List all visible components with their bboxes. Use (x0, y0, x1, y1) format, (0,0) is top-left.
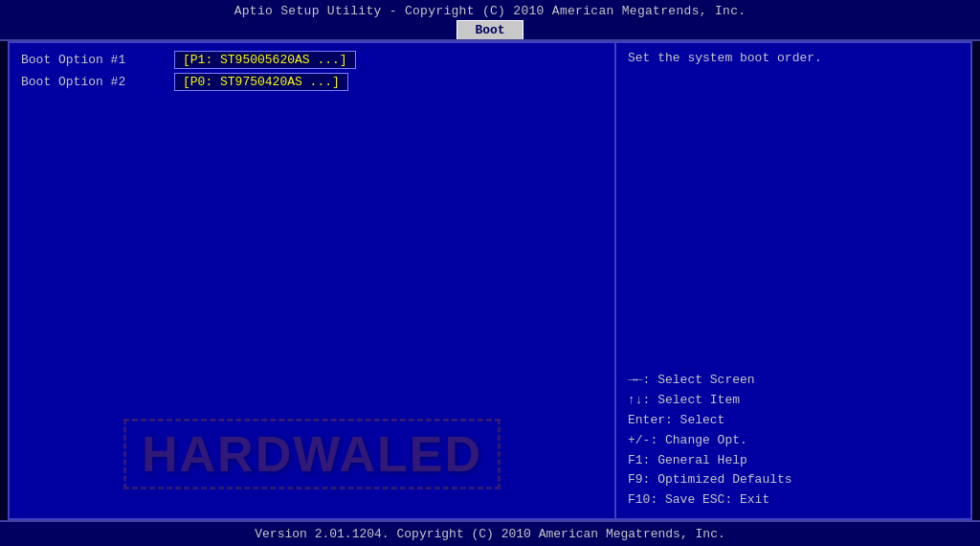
tab-row: Boot (0, 20, 980, 39)
right-panel: Set the system boot order. →←: Select Sc… (616, 43, 970, 518)
footer-text: Version 2.01.1204. Copyright (C) 2010 Am… (255, 527, 724, 541)
boot-option-2-row: Boot Option #2 [P0: ST9750420AS ...] (21, 73, 603, 91)
footer-bar: Version 2.01.1204. Copyright (C) 2010 Am… (0, 520, 980, 546)
help-description: Set the system boot order. (628, 51, 959, 65)
main-content: Boot Option #1 [P1: ST95005620AS ...] Bo… (8, 41, 972, 520)
key-hint-general-help: F1: General Help (628, 451, 959, 471)
boot-option-2-label: Boot Option #2 (21, 75, 174, 89)
key-hint-change-opt: +/-: Change Opt. (628, 431, 959, 451)
key-hint-enter: Enter: Select (628, 411, 959, 431)
boot-option-1-value[interactable]: [P1: ST95005620AS ...] (174, 51, 356, 69)
watermark: HARDWALED (123, 419, 501, 489)
key-hint-select-screen: →←: Select Screen (628, 371, 959, 391)
key-hints: →←: Select Screen ↑↓: Select Item Enter:… (628, 371, 959, 511)
boot-option-1-row: Boot Option #1 [P1: ST95005620AS ...] (21, 51, 603, 69)
left-panel: Boot Option #1 [P1: ST95005620AS ...] Bo… (10, 43, 616, 518)
tab-boot[interactable]: Boot (457, 20, 523, 39)
boot-option-1-label: Boot Option #1 (21, 53, 174, 67)
key-hint-select-item: ↑↓: Select Item (628, 391, 959, 411)
key-hint-save-exit: F10: Save ESC: Exit (628, 490, 959, 511)
title-bar: Aptio Setup Utility - Copyright (C) 2010… (0, 0, 980, 41)
boot-option-2-value[interactable]: [P0: ST9750420AS ...] (174, 73, 348, 91)
key-hint-optimized-defaults: F9: Optimized Defaults (628, 470, 959, 490)
help-spacer (628, 69, 959, 371)
app-title: Aptio Setup Utility - Copyright (C) 2010… (234, 4, 746, 18)
